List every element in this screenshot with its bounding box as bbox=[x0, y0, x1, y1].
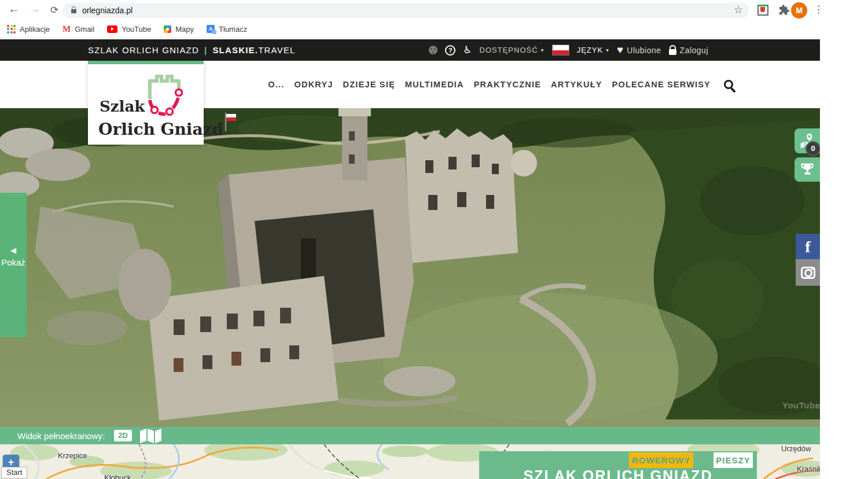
extensions-puzzle-icon[interactable] bbox=[778, 4, 790, 16]
fullscreen-label: Widok pełnoekranowy: bbox=[17, 431, 105, 441]
url-text[interactable]: orlegniazda.pl bbox=[82, 6, 133, 15]
browser-window: ← → ⟳ orlegniazda.pl ☆ M ⋮ Aplikacje M G… bbox=[0, 0, 868, 479]
forward-icon: → bbox=[27, 2, 43, 16]
lock-icon bbox=[669, 49, 676, 55]
site-brand[interactable]: SZLAK ORLICH GNIAZD | SLASKIE. TRAVEL bbox=[88, 39, 296, 61]
search-icon[interactable] bbox=[724, 80, 733, 89]
apps-grid-icon bbox=[7, 25, 16, 34]
facebook-button[interactable]: f bbox=[796, 234, 820, 259]
bookmarks-bar: Aplikacje M Gmail YouTube Mapy A Tłumacz bbox=[0, 21, 820, 38]
bookmark-label: YouTube bbox=[122, 25, 151, 34]
google-maps-icon bbox=[164, 25, 171, 33]
language-dropdown[interactable]: JĘZYK ▾ bbox=[577, 46, 610, 54]
rowerowy-button[interactable]: ROWEROWY bbox=[629, 452, 693, 468]
refresh-icon[interactable]: ⟳ bbox=[46, 4, 62, 16]
brand-slaskie: SLASKIE. bbox=[212, 45, 258, 55]
map-place-label: Kraśnik bbox=[797, 465, 820, 473]
start-tooltip: Start bbox=[1, 467, 27, 478]
login-link[interactable]: Zaloguj bbox=[669, 46, 708, 55]
trail-panel: ROWEROWY PIESZY SZLAK ORLICH GNIAZD bbox=[479, 451, 757, 479]
back-icon[interactable]: ← bbox=[6, 2, 22, 16]
bookmark-label: Aplikacje bbox=[20, 25, 50, 34]
heart-icon: ♥ bbox=[617, 44, 623, 56]
logo-text-line2: Orlich Gniazd bbox=[98, 120, 223, 139]
brand-separator: | bbox=[204, 45, 207, 55]
nav-item-multimedia[interactable]: MULTIMEDIA bbox=[405, 80, 464, 89]
youtube-icon bbox=[107, 25, 117, 33]
castle-route-icon bbox=[146, 75, 183, 116]
accessibility-label: DOSTĘPNOŚĆ bbox=[480, 46, 538, 54]
fullscreen-map-button[interactable] bbox=[140, 429, 161, 443]
extension-shield-icon[interactable] bbox=[757, 5, 768, 16]
trail-panel-title: SZLAK ORLICH GNIAZD bbox=[479, 467, 757, 479]
bookmark-apps[interactable]: Aplikacje bbox=[7, 25, 50, 34]
nav-item-dzieje-sie[interactable]: DZIEJE SIĘ bbox=[343, 80, 395, 89]
bookmark-label: Gmail bbox=[75, 25, 94, 34]
castle-aerial-scene bbox=[0, 108, 820, 427]
bookmark-label: Mapy bbox=[175, 25, 194, 34]
favorites-link[interactable]: ♥ Ulubione bbox=[617, 44, 661, 56]
map-place-label: Krzepice bbox=[58, 451, 87, 460]
site-topbar: SZLAK ORLICH GNIAZD | SLASKIE. TRAVEL ? … bbox=[0, 39, 820, 61]
bookmark-maps[interactable]: Mapy bbox=[164, 25, 194, 34]
https-lock-icon bbox=[71, 9, 76, 13]
polish-flag-icon[interactable] bbox=[552, 45, 569, 56]
accessibility-icon[interactable]: ♿ bbox=[463, 44, 472, 56]
hero-video-frame[interactable]: ◀ Pokaż 0 f YouTube bbox=[0, 108, 820, 427]
chevron-down-icon: ▾ bbox=[541, 47, 545, 53]
nav-item-polecane-serwisy[interactable]: POLECANE SERWISY bbox=[612, 80, 711, 89]
login-label: Zaloguj bbox=[680, 46, 708, 55]
address-bar[interactable]: orlegniazda.pl bbox=[62, 3, 749, 18]
nav-item-artykuly[interactable]: ARTYKUŁY bbox=[551, 80, 602, 89]
browser-toolbar: ← → ⟳ orlegniazda.pl ☆ M ⋮ bbox=[0, 0, 820, 21]
bookmark-label: Tłumacz bbox=[219, 25, 247, 34]
chevron-down-icon: ▾ bbox=[606, 47, 609, 53]
trip-count-badge: 0 bbox=[806, 141, 820, 156]
browser-menu-icon[interactable]: ⋮ bbox=[814, 3, 823, 16]
accessibility-dropdown[interactable]: DOSTĘPNOŚĆ ▾ bbox=[480, 46, 545, 54]
bookmark-translate[interactable]: A Tłumacz bbox=[207, 25, 247, 34]
folded-map-icon bbox=[140, 429, 161, 443]
trophy-icon bbox=[799, 161, 815, 178]
mode-2d-button[interactable]: 2D bbox=[114, 430, 132, 441]
map-place-label: Urzędów bbox=[781, 444, 811, 453]
map-place-label: Kłobuck bbox=[104, 473, 131, 479]
drawer-label: Pokaż bbox=[0, 257, 29, 267]
profile-avatar[interactable]: M bbox=[791, 2, 807, 19]
instagram-button[interactable] bbox=[796, 259, 820, 286]
map-preview[interactable]: Krzepice Kłobuck Urzędów Kraśnik + Start… bbox=[0, 444, 820, 479]
gmail-icon: M bbox=[62, 24, 71, 34]
bookmark-youtube[interactable]: YouTube bbox=[107, 25, 151, 34]
nav-item-odkryj[interactable]: ODKRYJ bbox=[295, 80, 333, 89]
pieszy-button[interactable]: PIESZY bbox=[713, 452, 753, 468]
contrast-icon[interactable] bbox=[429, 46, 437, 54]
brand-travel: TRAVEL bbox=[258, 45, 295, 55]
brand-left: SZLAK ORLICH GNIAZD bbox=[88, 45, 199, 55]
camera-icon bbox=[801, 267, 815, 279]
language-label: JĘZYK bbox=[577, 46, 603, 54]
nav-item-o[interactable]: O... bbox=[268, 80, 284, 89]
show-drawer-button[interactable]: ◀ Pokaż bbox=[0, 193, 27, 337]
bookmark-star-icon[interactable]: ☆ bbox=[734, 3, 743, 16]
logo-text-line1: Szlak bbox=[100, 98, 145, 115]
site-logo[interactable]: Szlak Orlich Gniazd bbox=[88, 61, 204, 145]
achievements-button[interactable] bbox=[795, 157, 820, 182]
bookmark-gmail[interactable]: M Gmail bbox=[62, 24, 94, 34]
main-nav: O... ODKRYJ DZIEJE SIĘ MULTIMEDIA PRAKTY… bbox=[268, 61, 733, 108]
translate-icon: A bbox=[207, 25, 215, 33]
drawer-arrow-icon: ◀ bbox=[0, 246, 27, 255]
nav-item-praktycznie[interactable]: PRAKTYCZNIE bbox=[474, 80, 541, 89]
youtube-watermark: YouTube bbox=[782, 400, 820, 410]
topbar-utilities: ? ♿ DOSTĘPNOŚĆ ▾ JĘZYK ▾ ♥ Ulubione Zalo… bbox=[429, 39, 708, 61]
favorites-label: Ulubione bbox=[627, 46, 661, 55]
fullscreen-bar: Widok pełnoekranowy: 2D bbox=[0, 427, 820, 444]
help-icon[interactable]: ? bbox=[445, 45, 455, 56]
